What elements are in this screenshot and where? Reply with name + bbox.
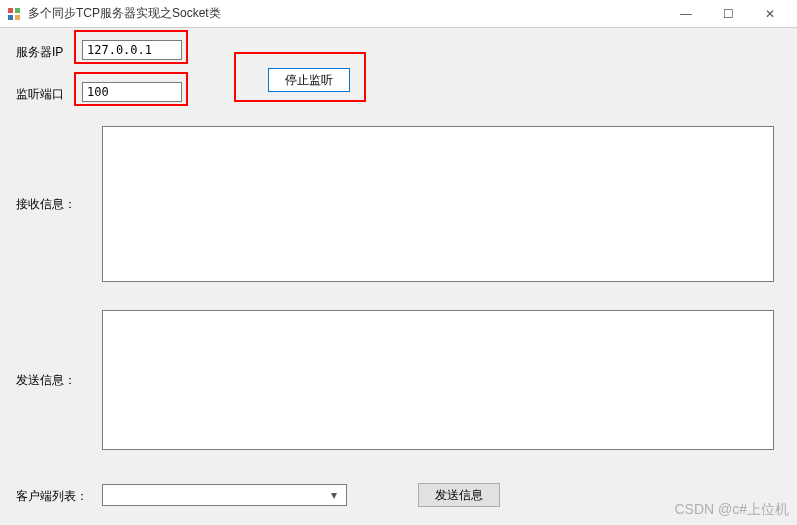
send-info-label: 发送信息： (16, 372, 76, 389)
client-area: 服务器IP 监听端口 停止监听 接收信息： 发送信息： 客户端列表： ▾ 发送信… (0, 28, 797, 525)
send-info-button[interactable]: 发送信息 (418, 483, 500, 507)
receive-info-textarea[interactable] (102, 126, 774, 282)
svg-rect-2 (8, 15, 13, 20)
client-list-combobox[interactable]: ▾ (102, 484, 347, 506)
window-title: 多个同步TCP服务器实现之Socket类 (28, 5, 665, 22)
minimize-button[interactable]: — (665, 0, 707, 28)
watermark: CSDN @c#上位机 (674, 501, 789, 519)
listen-port-input[interactable] (82, 82, 182, 102)
send-info-textarea[interactable] (102, 310, 774, 450)
listen-port-label: 监听端口 (16, 86, 64, 103)
server-ip-label: 服务器IP (16, 44, 63, 61)
titlebar: 多个同步TCP服务器实现之Socket类 — ☐ ✕ (0, 0, 797, 28)
receive-info-label: 接收信息： (16, 196, 76, 213)
app-icon (6, 6, 22, 22)
window-controls: — ☐ ✕ (665, 0, 791, 28)
stop-listen-button-label: 停止监听 (285, 72, 333, 89)
svg-rect-1 (15, 8, 20, 13)
client-list-label: 客户端列表： (16, 488, 88, 505)
send-info-button-label: 发送信息 (435, 487, 483, 504)
stop-listen-button[interactable]: 停止监听 (268, 68, 350, 92)
close-button[interactable]: ✕ (749, 0, 791, 28)
chevron-down-icon: ▾ (326, 488, 342, 502)
svg-rect-3 (15, 15, 20, 20)
maximize-button[interactable]: ☐ (707, 0, 749, 28)
svg-rect-0 (8, 8, 13, 13)
server-ip-input[interactable] (82, 40, 182, 60)
